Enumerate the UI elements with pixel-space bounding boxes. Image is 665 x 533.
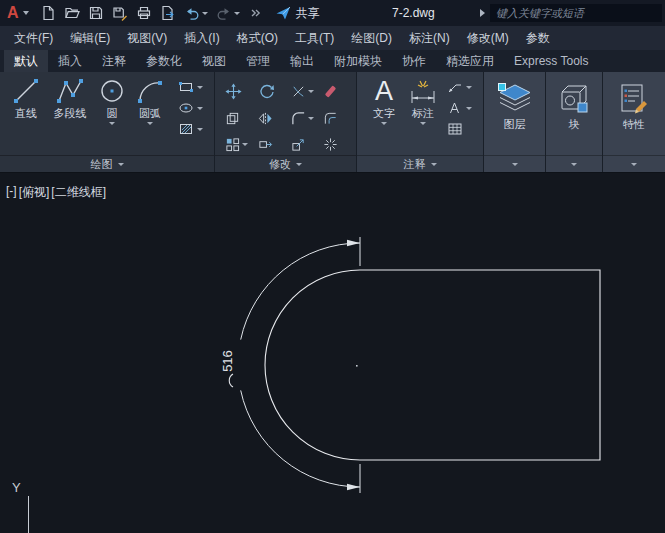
ribbon-tab-parametric[interactable]: 参数化 <box>136 50 192 72</box>
menu-tools[interactable]: 工具(T) <box>295 30 334 47</box>
tool-text-style-button[interactable] <box>447 100 472 116</box>
mirror-icon <box>258 111 273 126</box>
ribbon-tabbar: 默认 插入 注释 参数化 视图 管理 输出 附加模块 协作 精选应用 Expre… <box>0 50 665 72</box>
viewport-minimize-control[interactable]: [-] <box>6 184 17 201</box>
tool-trim-button[interactable] <box>291 80 316 102</box>
undo-button[interactable] <box>181 3 211 23</box>
menu-file[interactable]: 文件(F) <box>14 30 53 47</box>
line-icon <box>12 77 40 105</box>
viewport-visual-style-control[interactable]: [二维线框] <box>51 184 106 201</box>
app-menu-button[interactable]: A <box>0 0 37 26</box>
panel-layers-expander[interactable] <box>484 155 545 172</box>
tool-table-button[interactable] <box>447 121 472 137</box>
hatch-icon <box>178 121 194 137</box>
ribbon-tab-annotate[interactable]: 注释 <box>92 50 136 72</box>
panel-modify-expander[interactable]: 修改 <box>215 155 356 172</box>
tool-block-insert-button[interactable]: 块 <box>556 77 592 130</box>
panel-annotation-expander[interactable]: 注释 <box>357 155 483 172</box>
tool-arc-button[interactable]: 圆弧 <box>130 72 170 155</box>
printer-icon <box>136 5 152 21</box>
circle-icon <box>98 77 126 105</box>
offset-icon <box>323 111 338 126</box>
tool-mirror-button[interactable] <box>258 108 283 128</box>
viewport-view-control[interactable]: [俯视] <box>19 184 50 201</box>
autocad-logo: A <box>7 5 19 21</box>
chevron-down-icon <box>23 11 29 15</box>
panel-draw-expander[interactable]: 绘图 <box>0 155 214 172</box>
drawing-area[interactable]: [-] [俯视] [二维线框] 516 Y <box>0 173 665 533</box>
chevron-down-icon <box>631 163 637 166</box>
save-button[interactable] <box>85 3 107 23</box>
table-icon <box>447 121 463 137</box>
tool-dimension-button[interactable]: 标注 <box>403 72 443 155</box>
menu-draw[interactable]: 绘图(D) <box>351 30 392 47</box>
menu-view[interactable]: 视图(V) <box>127 30 167 47</box>
save-as-button[interactable] <box>109 3 131 23</box>
tool-text-button[interactable]: A 文字 <box>365 72 403 155</box>
new-file-icon <box>40 5 56 21</box>
tool-polyline-label: 多段线 <box>54 107 87 119</box>
panel-layers: 图层 <box>484 72 546 172</box>
tool-move-button[interactable] <box>225 80 250 102</box>
tool-rectangle-button[interactable] <box>178 79 203 95</box>
chevron-down-icon <box>308 90 314 93</box>
tool-layer-properties-button[interactable]: 图层 <box>497 77 533 130</box>
tool-rotate-button[interactable] <box>258 80 283 102</box>
open-file-button[interactable] <box>61 3 83 23</box>
menu-modify[interactable]: 修改(M) <box>467 30 509 47</box>
panel-draw-label: 绘图 <box>91 157 113 172</box>
ribbon-tab-addins[interactable]: 附加模块 <box>324 50 392 72</box>
ribbon-tab-output[interactable]: 输出 <box>280 50 324 72</box>
search-expand-icon[interactable] <box>480 9 485 17</box>
redo-button[interactable] <box>213 3 243 23</box>
tool-circle-button[interactable]: 圆 <box>94 72 130 155</box>
ribbon-tab-insert[interactable]: 插入 <box>48 50 92 72</box>
tool-erase-button[interactable] <box>323 80 348 102</box>
tool-stretch-button[interactable] <box>258 135 283 155</box>
tool-ellipse-button[interactable] <box>178 100 203 116</box>
tool-leader-button[interactable] <box>447 79 472 95</box>
publish-button[interactable] <box>157 3 179 23</box>
menu-insert[interactable]: 插入(I) <box>184 30 219 47</box>
menu-format[interactable]: 格式(O) <box>237 30 278 47</box>
move-icon <box>225 83 242 100</box>
chevron-down-icon <box>381 122 387 125</box>
panel-block-expander[interactable] <box>546 155 602 172</box>
tool-offset-button[interactable] <box>323 108 348 128</box>
tool-fillet-button[interactable] <box>291 108 316 128</box>
tool-circle-label: 圆 <box>107 107 118 119</box>
ribbon-tab-home[interactable]: 默认 <box>4 50 48 72</box>
tool-properties-button[interactable]: 特性 <box>616 77 652 130</box>
tool-dimension-label: 标注 <box>412 107 434 119</box>
share-button[interactable]: 共享 <box>275 5 320 22</box>
tool-explode-button[interactable] <box>323 135 348 155</box>
chevron-down-icon <box>197 107 203 110</box>
new-file-button[interactable] <box>37 3 59 23</box>
tool-arc-label: 圆弧 <box>139 107 161 119</box>
tool-scale-button[interactable] <box>291 135 316 155</box>
plot-button[interactable] <box>133 3 155 23</box>
menu-parametric[interactable]: 参数 <box>526 30 550 47</box>
viewport-controls: [-] [俯视] [二维线框] <box>6 184 106 201</box>
search-input[interactable] <box>490 4 662 22</box>
ribbon-tab-featured-apps[interactable]: 精选应用 <box>436 50 504 72</box>
panel-properties-tool-label: 特性 <box>623 118 645 130</box>
ribbon-tab-manage[interactable]: 管理 <box>236 50 280 72</box>
tool-hatch-button[interactable] <box>178 121 203 137</box>
ribbon-tab-view[interactable]: 视图 <box>192 50 236 72</box>
toolbar-more-button[interactable] <box>245 4 265 22</box>
tool-polyline-button[interactable]: 多段线 <box>46 72 94 155</box>
quick-access-toolbar <box>37 3 265 23</box>
search-box <box>490 4 662 22</box>
menu-edit[interactable]: 编辑(E) <box>70 30 110 47</box>
ribbon-tab-express-tools[interactable]: Express Tools <box>504 50 598 72</box>
tool-line-label: 直线 <box>15 107 37 119</box>
ribbon-tab-collaborate[interactable]: 协作 <box>392 50 436 72</box>
panel-properties-expander[interactable] <box>603 155 665 172</box>
tool-line-button[interactable]: 直线 <box>6 72 46 155</box>
tool-copy-button[interactable] <box>225 108 250 128</box>
tool-array-button[interactable] <box>225 135 250 155</box>
dimension-value: 516 <box>220 350 235 372</box>
menu-dimension[interactable]: 标注(N) <box>409 30 450 47</box>
share-label: 共享 <box>296 5 320 22</box>
